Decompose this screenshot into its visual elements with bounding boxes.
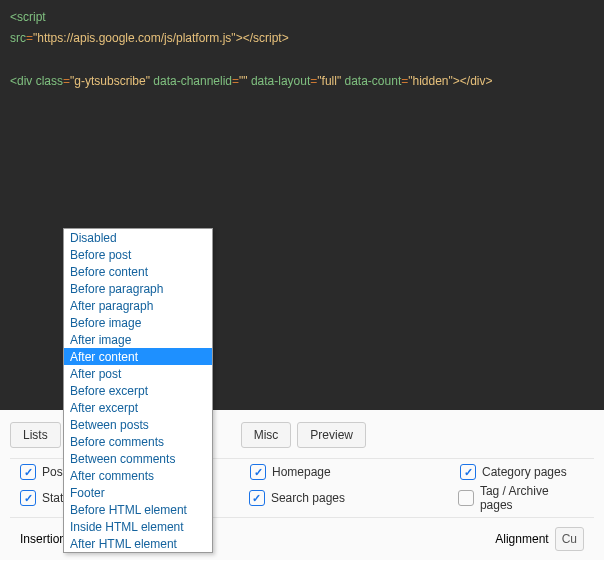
alignment-group: Alignment Cu	[495, 527, 584, 551]
dropdown-item[interactable]: Footer	[64, 484, 212, 501]
dropdown-item[interactable]: Inside HTML element	[64, 518, 212, 535]
code-line-1: <script	[10, 8, 594, 27]
checkbox-icon: ✓	[458, 490, 474, 506]
insertion-label: Insertion	[20, 532, 66, 546]
dropdown-item[interactable]: After content	[64, 348, 212, 365]
dropdown-item[interactable]: Disabled	[64, 229, 212, 246]
checkbox-icon: ✓	[460, 464, 476, 480]
dropdown-item[interactable]: Between posts	[64, 416, 212, 433]
dropdown-item[interactable]: Before excerpt	[64, 382, 212, 399]
chk-tag[interactable]: ✓ Tag / Archive pages	[458, 484, 584, 512]
chk-category[interactable]: ✓ Category pages	[460, 464, 567, 480]
checkbox-icon: ✓	[20, 490, 36, 506]
dropdown-item[interactable]: Before image	[64, 314, 212, 331]
dropdown-item[interactable]: After comments	[64, 467, 212, 484]
dropdown-item[interactable]: After paragraph	[64, 297, 212, 314]
code-line-4: <div class="g-ytsubscribe" data-channeli…	[10, 72, 594, 91]
dropdown-item[interactable]: After image	[64, 331, 212, 348]
dropdown-item[interactable]: After HTML element	[64, 535, 212, 552]
dropdown-item[interactable]: After post	[64, 365, 212, 382]
chk-homepage[interactable]: ✓ Homepage	[250, 464, 430, 480]
tab-preview[interactable]: Preview	[297, 422, 366, 448]
chk-homepage-label: Homepage	[272, 465, 331, 479]
checkbox-icon: ✓	[20, 464, 36, 480]
checkbox-icon: ✓	[249, 490, 265, 506]
dropdown-item[interactable]: Before paragraph	[64, 280, 212, 297]
dropdown-item[interactable]: Before post	[64, 246, 212, 263]
dropdown-item[interactable]: Before content	[64, 263, 212, 280]
tab-lists[interactable]: Lists	[10, 422, 61, 448]
chk-search-label: Search pages	[271, 491, 345, 505]
chk-category-label: Category pages	[482, 465, 567, 479]
tab-misc[interactable]: Misc	[241, 422, 292, 448]
dropdown-item[interactable]: Between comments	[64, 450, 212, 467]
insertion-dropdown[interactable]: DisabledBefore postBefore contentBefore …	[63, 228, 213, 553]
dropdown-item[interactable]: Before HTML element	[64, 501, 212, 518]
chk-search[interactable]: ✓ Search pages	[249, 490, 428, 506]
alignment-select[interactable]: Cu	[555, 527, 584, 551]
alignment-label: Alignment	[495, 532, 548, 546]
code-line-3	[10, 50, 594, 69]
checkbox-icon: ✓	[250, 464, 266, 480]
dropdown-item[interactable]: After excerpt	[64, 399, 212, 416]
code-line-2: src="https://apis.google.com/js/platform…	[10, 29, 594, 48]
chk-tag-label: Tag / Archive pages	[480, 484, 584, 512]
dropdown-item[interactable]: Before comments	[64, 433, 212, 450]
